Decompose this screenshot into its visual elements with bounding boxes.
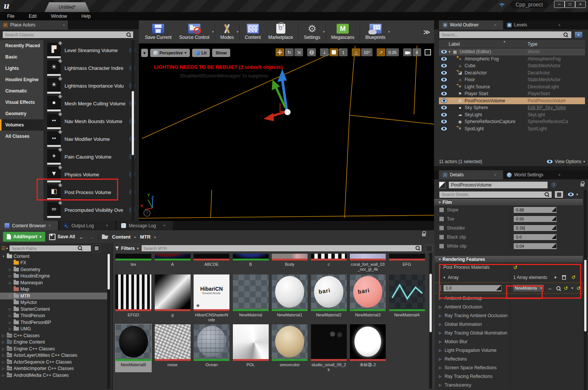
grid-snap-button[interactable] [329,48,338,56]
placeable-nav-modifier[interactable]: ●● Nav Modifier Volume ? [47,131,135,147]
tree-item-startercontent[interactable]: ▷ StarterContent [0,306,109,313]
asset-tile-selected[interactable]: NewMaterial5 [115,324,152,372]
minimize-button[interactable]: ─ [554,1,565,8]
expand-icon[interactable]: ▷ [8,307,12,311]
lock-icon[interactable] [580,183,584,187]
outliner-view-options-button[interactable]: View Options ▾ [545,159,585,164]
visibility-eye-icon[interactable] [441,57,447,61]
lock-sources-icon[interactable] [422,233,426,236]
outliner-row-player-start[interactable]: ⚑Player Start PlayerStart [439,90,585,97]
transform-gizmo[interactable] [263,67,328,123]
visibility-eye-icon[interactable] [441,77,447,82]
expand-icon[interactable]: ▷ [8,321,12,324]
scrollbar-thumb[interactable] [132,91,134,155]
viewport-options-button[interactable]: ▾ [141,49,148,57]
maximize-button[interactable]: □ [565,1,575,8]
section-ray-tracing-ambient-occlusion[interactable]: ▷Ray Tracing Ambient Occlusion [434,311,583,320]
camera-speed-button[interactable] [403,48,412,56]
tab-message-log[interactable]: Message Log × [117,221,173,230]
use-selected-asset-icon[interactable]: ← [548,285,553,291]
outliner-row-decal-actor[interactable]: ◪DecalActor DecalActor [439,69,585,77]
asset-tile[interactable]: c [311,253,347,272]
forward-button[interactable]: → [88,234,94,240]
asset-tile[interactable]: NewMaterial4 [389,274,425,322]
rotation-snap-button[interactable]: △ [352,48,360,56]
expand-icon[interactable]: ▷ [2,367,5,370]
breadcrumb-separator-icon[interactable]: ▸ [154,235,156,239]
create-layer-icon[interactable]: + [575,32,582,38]
column-label[interactable]: Label [449,42,528,47]
tree-item-engine-cpp-classes[interactable]: ▷ Engine C++ Classes [0,345,109,352]
section-translucency[interactable]: ▷Translucency [434,381,583,389]
tree-item-cpp-classes[interactable]: ▷ C++ Classes [0,332,109,339]
breadcrumb-mtr[interactable]: MTR [140,234,151,240]
scale-tool-button[interactable]: ⇲ [294,48,303,56]
asset-tile[interactable]: Ocean [193,324,230,372]
tree-item-thirdperson[interactable]: ▷ ThirdPerson [0,313,109,319]
outliner-row-atmospheric-fog[interactable]: ≈Atmospheric Fog AtmosphericFog [439,55,585,63]
scrollbar-thumb[interactable] [108,254,110,290]
close-tab-icon[interactable]: × [48,224,51,228]
chevron-down-icon[interactable]: ▾ [137,247,139,250]
property-row-array[interactable]: ▾Array 1 Array elements + ↺ [434,272,583,282]
visibility-eye-icon[interactable] [441,63,447,68]
visibility-eye-icon[interactable] [441,85,447,89]
property-matrix-button[interactable] [554,191,563,198]
sort-ascending-icon[interactable]: ▲ [503,40,506,43]
scrollbar-thumb[interactable] [429,274,432,332]
section-ambient-cubemap[interactable]: ▷Ambient Cubemap [434,294,583,302]
chevron-down-icon[interactable]: ▾ [576,193,578,196]
section-motion-blur[interactable]: ▷Motion Blur [434,337,583,346]
back-button[interactable]: ← [79,234,85,240]
outliner-row-light-source[interactable]: ☀Light Source DirectionalLight [439,83,585,91]
save-current-button[interactable]: Save Current [141,22,175,43]
placeable-lightmass-character[interactable]: ☀ Lightmass Character Indire ? [47,60,135,76]
viewport[interactable]: ▾ Perspective ▾ Lit Show ↻ ⇲ [139,43,434,221]
add-import-button[interactable]: Add/Import ▾ [3,232,45,242]
menu-help[interactable]: Help [74,14,98,19]
reset-to-default-icon[interactable]: ↺ [564,285,568,291]
expand-icon[interactable]: ▷ [2,353,5,357]
category-basic[interactable]: Basic [0,51,43,63]
close-tab-icon[interactable]: × [558,173,560,177]
assets-scrollbar[interactable] [429,253,432,389]
source-control-button[interactable]: Source Control ▾ [175,22,213,43]
element-options-icon[interactable]: ▾ [571,286,573,290]
tab-content-browser[interactable]: Content Browser × [0,221,58,230]
element-weight-input[interactable]: 1.0 [443,285,502,292]
override-checkbox[interactable] [439,207,444,213]
collapse-icon[interactable]: ▾ [2,254,5,258]
reset-to-default-icon[interactable]: ↺ [576,285,580,291]
asset-tile[interactable]: NewMaterial [232,274,269,322]
asset-tile[interactable]: bari NewMaterial3 [349,274,386,322]
asset-tile[interactable]: coral_fort_wall_03_nor_gl_4k [349,253,386,272]
lit-button[interactable]: Lit [192,49,210,57]
category-lights[interactable]: Lights [0,63,43,74]
viewport-help-icon[interactable]: ? [143,210,151,217]
tree-item-mannequin[interactable]: ▷ Mannequin [0,279,109,286]
scale-snap-value-button[interactable]: 0.25 [386,48,399,56]
place-actors-scrollbar[interactable] [131,40,134,221]
rotate-tool-button[interactable]: ↻ [285,48,294,56]
shoulder-value-input[interactable]: 0.26 [513,225,557,231]
move-tool-button[interactable] [276,48,284,56]
slope-value-input[interactable]: 0.88 [513,207,557,213]
perspective-button[interactable]: Perspective ▾ [150,49,190,57]
section-light-propagation-volume[interactable]: ▷Light Propagation Volume [434,346,583,355]
category-geometry[interactable]: Geometry [0,108,43,119]
section-global-illumination[interactable]: ▷Global Illumination [434,320,583,328]
section-film[interactable]: ▾ Film [434,199,583,205]
tree-item-umg[interactable]: ▷ UMG [0,326,109,333]
override-checkbox[interactable] [439,244,444,249]
visibility-eye-icon[interactable] [441,105,447,110]
close-tab-icon[interactable]: × [494,173,496,177]
tree-scrollbar[interactable] [107,253,110,389]
white-clip-value-input[interactable]: 0.04 [513,243,557,250]
asset-tile[interactable]: EFGD [115,274,152,322]
visibility-eye-icon[interactable] [441,49,447,54]
outliner-row-skylight[interactable]: ☁SkyLight SkyLight [439,111,585,119]
tree-item-actorsequence[interactable]: ▷ ActorSequence C++ Classes [0,359,109,365]
collections-list-icon[interactable] [93,245,100,252]
outliner-row-sphere-reflection[interactable]: ◉SphereReflectionCapture SphereReflectio… [439,118,585,125]
category-houdini-engine[interactable]: Houdini Engine [0,74,43,85]
